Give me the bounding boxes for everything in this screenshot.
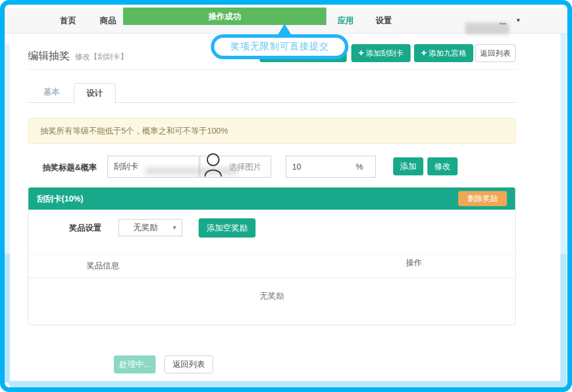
caret-down-icon: ▼ — [172, 225, 177, 231]
nav-item-home[interactable]: 首页 — [60, 16, 76, 26]
table-header-action: 操作 — [406, 258, 422, 268]
back-to-list-button-top[interactable]: 返回列表 — [475, 44, 516, 62]
redacted-smudge — [145, 167, 238, 175]
caret-down-icon[interactable]: ▼ — [516, 17, 521, 23]
app-window: 首页 商品 应用 设置 ... ▼ 操作成功 奖项无限制可直接提交 ✚ 添加刮刮… — [0, 0, 572, 392]
plus-icon: ✚ — [421, 49, 426, 57]
tab-design[interactable]: 设计 — [74, 83, 116, 103]
delete-prize-button[interactable]: 删除奖励 — [458, 191, 507, 206]
tab-basic[interactable]: 基本 — [35, 87, 69, 98]
prize-table-top-border — [28, 254, 515, 255]
inner-frame-left-light — [5, 44, 10, 254]
nav-item-apps[interactable]: 应用 — [337, 16, 354, 26]
back-to-list-button-bottom[interactable]: 返回列表 — [164, 355, 213, 373]
add-empty-prize-button[interactable]: 添加空奖励 — [199, 218, 256, 238]
add-scratch-card-button[interactable]: ✚ 添加刮刮卡 — [351, 44, 411, 62]
add-nine-grid-button[interactable]: ✚ 添加九宫格 — [414, 44, 473, 62]
scrollbar-track-right[interactable] — [560, 33, 567, 254]
prize-panel-title: 刮刮卡(10%) — [37, 194, 83, 203]
prize-type-select[interactable]: 无奖励 ▼ — [118, 219, 182, 236]
prize-panel-header: 刮刮卡(10%) 删除奖励 — [28, 188, 515, 210]
user-menu[interactable]: ... — [499, 17, 506, 26]
scrollbar-thumb-right[interactable] — [560, 254, 567, 387]
add-button[interactable]: 添加 — [393, 157, 423, 175]
processing-button[interactable]: 处理中... — [114, 355, 156, 373]
prize-panel: 刮刮卡(10%) 删除奖励 奖品设置 无奖励 ▼ 添加空奖励 奖品信息 操作 无… — [28, 187, 516, 325]
prize-type-selected-value: 无奖励 — [119, 222, 172, 233]
heading-divider — [28, 69, 516, 70]
inner-frame-bottom — [8, 381, 564, 388]
percent-addon: % — [344, 156, 376, 178]
prize-table-empty-row: 无奖励 — [28, 291, 515, 301]
add-scratch-card-label: 添加刮刮卡 — [366, 48, 404, 59]
warning-alert-text: 抽奖所有等级不能低于5个，概率之和可不等于100% — [40, 126, 228, 136]
plus-icon: ✚ — [358, 49, 364, 57]
nav-item-settings[interactable]: 设置 — [376, 16, 392, 26]
warning-alert: 抽奖所有等级不能低于5个，概率之和可不等于100% — [28, 118, 516, 144]
inner-frame-left — [5, 254, 10, 383]
probability-input[interactable] — [286, 156, 344, 178]
tooltip-text: 奖项无限制可直接提交 — [231, 41, 329, 53]
prize-setting-label: 奖品设置 — [69, 223, 102, 233]
add-nine-grid-label: 添加九宫格 — [429, 48, 466, 59]
table-header-prize-info: 奖品信息 — [87, 261, 119, 271]
page-heading: 编辑抽奖 修改【刮刮卡】 — [28, 49, 128, 63]
avatar-icon — [203, 152, 223, 177]
title-probability-label: 抽奖标题&概率 — [42, 163, 97, 173]
page-title: 编辑抽奖 — [28, 49, 70, 63]
success-toast: 操作成功 — [123, 8, 326, 25]
tooltip-bubble: 奖项无限制可直接提交 — [211, 34, 348, 59]
page-subtitle: 修改【刮刮卡】 — [75, 52, 128, 62]
nav-item-products[interactable]: 商品 — [100, 16, 116, 26]
prize-table-header-divider — [28, 278, 515, 278]
modify-button[interactable]: 修改 — [427, 157, 458, 175]
